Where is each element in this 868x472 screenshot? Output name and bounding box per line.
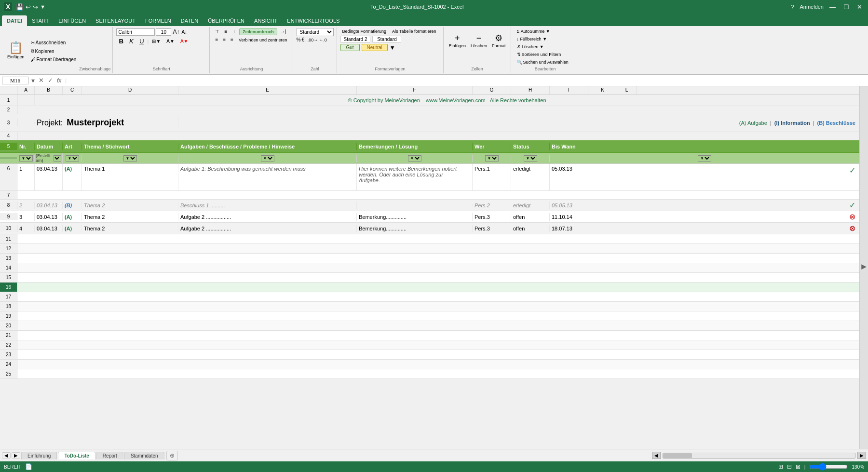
cell-art-4[interactable]: (A) [63, 225, 82, 232]
cell-row12-empty[interactable] [17, 244, 859, 253]
align-bottom-button[interactable]: ⊥ [230, 28, 238, 35]
fill-color-button[interactable]: A▼ [164, 38, 177, 45]
col-header-d[interactable]: D [82, 86, 178, 94]
cell-row14-empty[interactable] [17, 263, 859, 272]
tab-formeln[interactable]: FORMELN [140, 15, 176, 26]
cell-row7[interactable] [17, 191, 859, 199]
quick-more-icon[interactable]: ▼ [40, 4, 45, 10]
col-header-e[interactable]: E [178, 86, 357, 94]
styles-expand-icon[interactable]: ▼ [390, 44, 395, 51]
cell-bemerkungen-1[interactable]: Hier können weitere Bemerkungen notiert … [357, 164, 473, 190]
cell-nr-1[interactable]: 1 [17, 164, 35, 190]
cell-row22-empty[interactable] [17, 340, 859, 350]
cell-datum-2[interactable]: 03.04.13 [35, 202, 63, 209]
filter-dropdown-i[interactable]: ▼ [698, 155, 711, 162]
tab-start[interactable]: START [27, 15, 54, 26]
cell-biswann-3[interactable]: 11.10.14 ⊗ [550, 211, 859, 222]
cut-button[interactable]: ✂ Ausschneiden [29, 39, 79, 46]
cell-row20-empty[interactable] [17, 321, 859, 330]
cell-row4[interactable] [17, 132, 859, 140]
cell-wer-2[interactable]: Pers.2 [473, 202, 511, 209]
delete-cells-button[interactable]: − Löschen [469, 28, 489, 53]
cell-wer-3[interactable]: Pers.3 [473, 213, 511, 221]
tab-datei[interactable]: DATEI [2, 15, 27, 26]
horizontal-scrollbar[interactable]: ◀ ▶ [179, 452, 866, 459]
cell-row23-empty[interactable] [17, 350, 859, 359]
align-top-button[interactable]: ⊤ [213, 28, 221, 35]
confirm-formula-icon[interactable]: ✓ [47, 77, 54, 84]
tab-entwicklertools[interactable]: ENTWICKLERTOOLS [282, 15, 344, 26]
tab-einfuegen[interactable]: EINFÜGEN [54, 15, 91, 26]
filter-f[interactable]: ▼ [357, 155, 473, 162]
cell-a1[interactable] [17, 95, 35, 105]
cell-a3[interactable] [17, 122, 35, 124]
bold-button[interactable]: B [116, 37, 126, 46]
cell-bemerkungen-2[interactable] [357, 204, 473, 206]
tab-todo-liste[interactable]: ToDo-Liste [58, 452, 95, 459]
tab-report[interactable]: Report [96, 452, 123, 459]
cell-project-label[interactable]: Projekt: Musterprojekt [35, 116, 178, 130]
maximize-btn[interactable]: ☐ [841, 3, 851, 11]
filter-c[interactable]: ▼ [63, 155, 82, 162]
cell-aufgaben-2[interactable]: Beschluss 1 .......... [178, 202, 357, 209]
scroll-right-btn[interactable]: ▶ [857, 452, 866, 459]
cell-row21-empty[interactable] [17, 331, 859, 340]
cell-status-2[interactable]: erledigt [511, 202, 550, 209]
filter-g[interactable]: ▼ [473, 155, 511, 162]
formula-input[interactable] [69, 78, 866, 83]
filter-i[interactable]: ▼ [550, 155, 859, 162]
cell-datum-4[interactable]: 03.04.13 [35, 225, 63, 232]
cell-aufgaben-1[interactable]: Aufgabe 1: Beschreibung was gemacht werd… [178, 164, 357, 190]
italic-button[interactable]: K [127, 37, 136, 46]
find-select-button[interactable]: 🔍Suchen und Auswählen [515, 59, 571, 66]
copy-button[interactable]: ⧉ Kopieren [29, 47, 79, 55]
add-sheet-button[interactable]: ⊕ [166, 451, 178, 460]
tab-ueberpruefen[interactable]: ÜBERPRÜFEN [203, 15, 249, 26]
minimize-btn[interactable]: — [827, 3, 838, 11]
filter-dropdown-a[interactable]: ▼ [19, 155, 33, 162]
tab-daten[interactable]: DATEN [176, 15, 203, 26]
paste-button[interactable]: 📋 Einfügen [4, 37, 28, 64]
cell-biswann-2[interactable]: 05.05.13 ✓ [550, 200, 859, 211]
filter-d[interactable]: ▼ [82, 155, 178, 162]
cell-datum-1[interactable]: 03.04.13 [35, 164, 63, 190]
cell-thema-1[interactable]: Thema 1 [82, 164, 178, 190]
zoom-slider[interactable] [809, 463, 848, 471]
font-shrink-button[interactable]: A↓ [181, 29, 188, 35]
gut-preset[interactable]: Gut [340, 44, 360, 51]
cell-row25-empty[interactable] [17, 369, 859, 378]
filter-dropdown-f[interactable]: ▼ [408, 155, 421, 162]
font-grow-button[interactable]: A↑ [172, 28, 180, 36]
view-page-icon[interactable]: ⊟ [787, 463, 792, 470]
cell-status-1[interactable]: erledigt [511, 164, 550, 190]
login-btn[interactable]: Anmelden [800, 4, 824, 10]
cell-thema-2[interactable]: Thema 2 [82, 202, 178, 209]
fill-button[interactable]: ↓ Füllbereich ▼ [515, 36, 549, 42]
cell-art-3[interactable]: (A) [63, 213, 82, 221]
col-header-l[interactable]: L [617, 86, 637, 94]
cell-nr-2[interactable]: 2 [17, 202, 35, 209]
cell-reference-input[interactable] [2, 77, 28, 84]
format-table-button[interactable]: Als Tabelle formatieren [390, 28, 438, 35]
cell-biswann-4[interactable]: 18.07.13 ⊗ [550, 223, 859, 234]
insert-function-icon[interactable]: fx [56, 77, 62, 84]
right-collapse-panel[interactable]: ◀ [859, 86, 868, 449]
font-size-input[interactable] [156, 28, 171, 36]
filter-b[interactable]: (Erstellt am) ▼ [35, 153, 63, 163]
filter-dropdown-b[interactable]: ▼ [54, 155, 61, 162]
cell-bemerkungen-4[interactable]: Bemerkung.............. [357, 225, 473, 232]
cell-status-4[interactable]: offen [511, 225, 550, 232]
filter-h[interactable]: ▼ [511, 155, 550, 162]
sheet-nav-right[interactable]: ▶ [12, 452, 20, 459]
col-header-h[interactable]: H [511, 86, 550, 94]
cell-bemerkungen-3[interactable]: Bemerkung.............. [357, 213, 473, 221]
border-button[interactable]: ⊞▼ [149, 38, 163, 45]
quick-undo-icon[interactable]: ↩ [26, 3, 31, 11]
scroll-left-btn[interactable]: ◀ [652, 452, 661, 459]
col-header-a[interactable]: A [17, 86, 35, 94]
indent-increase-button[interactable]: →| [278, 28, 288, 35]
insert-cells-button[interactable]: + Einfügen [447, 28, 468, 53]
quick-redo-icon[interactable]: ↪ [33, 3, 38, 11]
cell-status-3[interactable]: offen [511, 213, 550, 221]
view-pagebreak-icon[interactable]: ⊠ [796, 463, 800, 470]
